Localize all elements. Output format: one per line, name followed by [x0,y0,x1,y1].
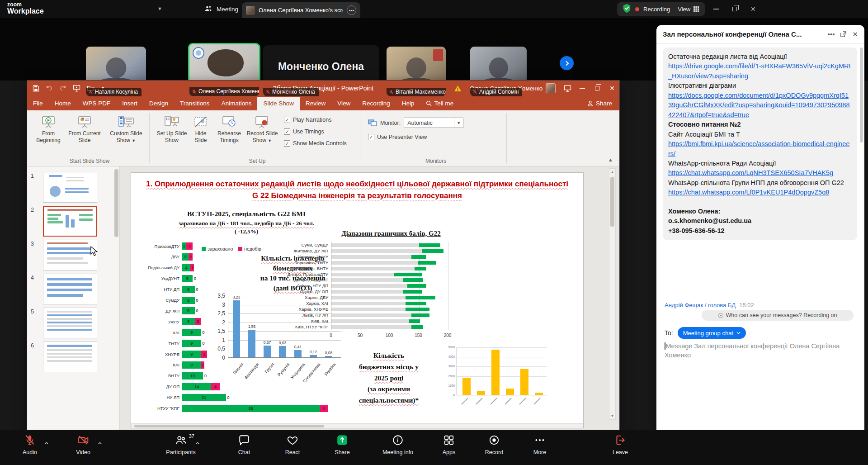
toolbar-leave-button[interactable]: Leave [593,434,647,456]
slide-thumbnail-3[interactable]: 3 [27,240,119,271]
bar-group: 60 [182,307,198,314]
slide-thumbnail-4[interactable]: 4 [27,274,119,305]
category-label: ВНТУ [135,373,182,378]
slide-thumbnail-image[interactable] [43,274,97,304]
enrollment-row: НУ ЛП210 [135,392,230,403]
horizontal-scrollbar[interactable] [131,423,583,429]
monitor-dropdown[interactable]: Automatic ▼ [404,118,463,128]
y-tick-label: 1000 [443,384,455,387]
ribbon-tab-view[interactable]: View [331,97,356,110]
toolbar-participants-button[interactable]: 37Participants [154,434,208,456]
slide-thumbnail-image[interactable] [43,308,97,338]
slide-thumbnail-5[interactable]: 5 [27,308,119,339]
toolbar-share-button[interactable]: Share [315,434,369,456]
ribbon-tab-design[interactable]: Design [143,97,174,110]
collapse-ribbon-icon[interactable]: ▲ [608,157,613,162]
slide-thumbnail-6[interactable]: 6 [27,342,119,373]
slide-thumbnail-1[interactable]: 1 [27,172,119,204]
chevron-down-icon[interactable]: ▼ [157,6,162,11]
display-settings-icon[interactable] [564,85,571,92]
chevron-up-icon[interactable] [44,439,49,447]
thumbnail-content [47,242,88,244]
participant-tile[interactable]: Віталій Максименко [387,47,446,96]
chat-link[interactable]: https://docs.google.com/document/d/1pxOD… [668,91,852,120]
ribbon-tab-home[interactable]: Home [49,97,77,110]
chevron-up-icon[interactable] [98,439,102,447]
recipient-selector[interactable]: Meeting group chat [678,327,746,339]
slide-thumbnail-image[interactable] [43,172,97,203]
chat-more-icon[interactable]: ••• [828,30,835,38]
chat-link[interactable]: https://bmi.fbmi.kpi.ua/science/associat… [668,139,852,159]
toolbar-audio-button[interactable]: Audio [3,434,57,456]
thumbnail-scrollbar[interactable] [114,169,118,237]
chat-scrollbar[interactable] [860,47,863,142]
next-participants-button[interactable] [560,56,574,70]
ribbon-tab-transitions[interactable]: Transitions [174,97,216,110]
show-media-controls-checkbox[interactable]: ✓Show Media Controls [284,140,347,147]
toolbar-meeting-info-button[interactable]: Meeting info [371,434,425,456]
participant-tile[interactable]: Андрій Соломін [470,47,527,96]
tab-meeting[interactable]: Meeting [204,0,238,18]
tell-me-button[interactable]: Tell me [420,97,459,110]
maximize-icon[interactable] [595,86,599,90]
chat-link[interactable]: https://chat.whatsapp.com/LqNH3TSEX650SI… [668,168,852,178]
record-slide-show-button[interactable]: Record Slide Show ▼ [245,114,279,144]
thumbnail-content [49,175,62,177]
slide[interactable]: 1. Оприлюднення остаточних редакцій лист… [131,173,583,427]
range-base-bar [331,319,409,323]
custom-slide-show-button[interactable]: Custom Slide Show ▼ [108,114,145,144]
close-icon[interactable]: ✕ [852,30,858,38]
slide-thumbnail-image[interactable] [43,342,97,372]
slide-thumbnail-selected[interactable] [43,206,97,237]
toolbar-video-button[interactable]: Video [56,434,110,456]
participant-tile[interactable]: Наталія Косуліна [86,47,146,96]
bar [248,330,255,357]
ribbon-tab-help[interactable]: Help [396,97,420,110]
privacy-notice[interactable]: Who can see your messages? Recording on [702,310,854,321]
participant-tile-active-speaker[interactable]: Олена Сергіївна Хоменко [188,43,260,97]
chat-sender-line[interactable]: Андрій Фещак / голова БД15:02 [665,302,754,308]
ribbon-tab-insert[interactable]: Insert [116,97,143,110]
thumbnail-content [47,325,92,327]
tab-screen-share[interactable]: Олена Сергіївна Хоменко's scre... ••• [242,2,360,18]
ribbon-tab-recording[interactable]: Recording [356,97,396,110]
use-presenter-view-checkbox[interactable]: ✓Use Presenter View [368,134,427,140]
category-label: Львів, НУ ЛП [267,313,328,318]
play-narrations-checkbox[interactable]: ✓Play Narrations [284,117,331,123]
ribbon-tab-wps-pdf[interactable]: WPS PDF [77,97,117,110]
chat-link[interactable]: https://drive.google.com/file/d/1-sHXRaF… [668,62,852,81]
chevron-up-icon[interactable] [195,439,200,447]
toolbar-chat-button[interactable]: Chat [217,434,271,456]
hide-slide-button[interactable]: Hide Slide [189,114,212,144]
view-button[interactable]: View [678,6,699,13]
close-icon[interactable]: ✕ [750,5,756,13]
security-shield-icon[interactable] [623,4,631,14]
chat-message-input[interactable]: Message Зал персональної конференції Оле… [665,342,856,360]
pop-out-icon[interactable] [840,31,847,38]
chat-link[interactable]: https://chat.whatsapp.com/Lf0P1vKEU1P4dD… [668,188,852,197]
rehearse-timings-button[interactable]: Rehearse Timings [214,114,244,144]
slide-thumbnail-image[interactable] [43,240,97,270]
minimize-icon[interactable] [580,88,585,89]
ribbon-tab-animations[interactable]: Animations [216,97,258,110]
ribbon-tab-slide-show[interactable]: Slide Show [257,97,300,110]
close-icon[interactable]: ✕ [609,85,615,92]
from-beginning-label: From Beginning [33,130,63,144]
use-timings-checkbox[interactable]: ✓Use Timings [284,128,324,135]
restore-icon[interactable] [732,7,737,11]
slide-thumbnail-panel[interactable]: 123456 [27,166,120,430]
toolbar-react-button[interactable]: React [265,434,320,456]
range-bar [406,302,426,305]
from-current-slide-button[interactable]: From Current Slide [65,114,104,144]
ppt-share-button[interactable]: Share [580,97,619,110]
vertical-scrollbar[interactable]: ▲ ▼ [609,168,616,420]
toolbar-more-button[interactable]: More [513,434,567,456]
tab-options-icon[interactable]: ••• [347,5,356,15]
slide-thumbnail-2[interactable]: 2 [27,206,119,237]
ribbon-tab-review[interactable]: Review [300,97,331,110]
set-up-slide-show-button[interactable]: Set Up Slide Show [156,114,188,144]
minimize-icon[interactable] [713,9,719,9]
from-beginning-button[interactable]: From Beginning [33,114,63,144]
ribbon-tab-file[interactable]: File [27,97,49,110]
mouse-cursor [90,246,98,259]
